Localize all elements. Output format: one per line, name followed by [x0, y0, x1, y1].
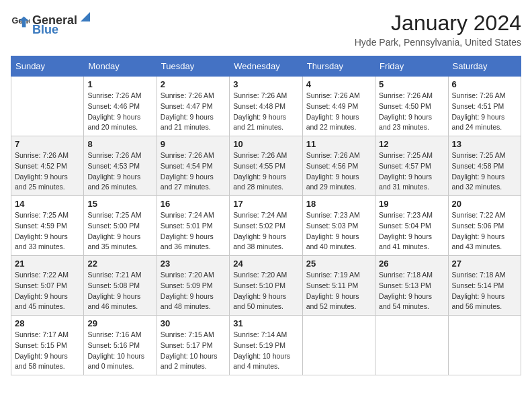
day-number: 3 [233, 79, 298, 89]
day-info: Sunrise: 7:24 AMSunset: 5:01 PMDaylight:… [161, 210, 226, 253]
day-number: 17 [233, 199, 298, 209]
day-number: 1 [87, 79, 152, 89]
day-number: 15 [87, 199, 152, 209]
day-info: Sunrise: 7:26 AMSunset: 4:53 PMDaylight:… [87, 150, 152, 193]
day-number: 30 [161, 318, 226, 328]
calendar-cell: 7Sunrise: 7:26 AMSunset: 4:52 PMDaylight… [11, 136, 84, 196]
calendar-cell: 24Sunrise: 7:20 AMSunset: 5:10 PMDayligh… [230, 256, 302, 316]
col-header-thursday: Thursday [302, 56, 375, 77]
calendar-cell: 30Sunrise: 7:15 AMSunset: 5:17 PMDayligh… [157, 316, 229, 375]
page-header: General General Blue January 2024 Hyde P… [11, 11, 521, 48]
calendar-table: SundayMondayTuesdayWednesdayThursdayFrid… [11, 56, 521, 375]
calendar-cell: 29Sunrise: 7:16 AMSunset: 5:16 PMDayligh… [84, 316, 157, 375]
day-info: Sunrise: 7:26 AMSunset: 4:50 PMDaylight:… [379, 91, 444, 133]
day-number: 18 [306, 199, 371, 209]
calendar-cell: 21Sunrise: 7:22 AMSunset: 5:07 PMDayligh… [11, 256, 84, 316]
calendar-cell: 3Sunrise: 7:26 AMSunset: 4:48 PMDaylight… [230, 77, 302, 136]
day-number: 28 [15, 318, 80, 328]
day-info: Sunrise: 7:25 AMSunset: 5:00 PMDaylight:… [87, 210, 152, 253]
day-info: Sunrise: 7:25 AMSunset: 4:59 PMDaylight:… [15, 210, 80, 253]
calendar-cell: 19Sunrise: 7:23 AMSunset: 5:04 PMDayligh… [375, 196, 448, 256]
calendar-cell: 13Sunrise: 7:25 AMSunset: 4:58 PMDayligh… [448, 136, 521, 196]
day-number: 4 [306, 79, 371, 89]
day-number: 22 [87, 259, 152, 269]
calendar-week-row: 21Sunrise: 7:22 AMSunset: 5:07 PMDayligh… [11, 256, 521, 316]
day-info: Sunrise: 7:17 AMSunset: 5:15 PMDaylight:… [15, 330, 80, 372]
svg-text:General: General [11, 16, 30, 26]
day-number: 13 [452, 139, 517, 149]
calendar-cell: 20Sunrise: 7:22 AMSunset: 5:06 PMDayligh… [448, 196, 521, 256]
day-info: Sunrise: 7:25 AMSunset: 4:58 PMDaylight:… [452, 150, 517, 193]
day-info: Sunrise: 7:23 AMSunset: 5:04 PMDaylight:… [379, 210, 444, 253]
calendar-cell: 6Sunrise: 7:26 AMSunset: 4:51 PMDaylight… [448, 77, 521, 136]
col-header-wednesday: Wednesday [230, 56, 302, 77]
day-number: 7 [15, 139, 80, 149]
col-header-saturday: Saturday [448, 56, 521, 77]
day-info: Sunrise: 7:26 AMSunset: 4:46 PMDaylight:… [87, 91, 152, 133]
svg-marker-1 [81, 12, 90, 21]
day-info: Sunrise: 7:24 AMSunset: 5:02 PMDaylight:… [233, 210, 298, 253]
day-number: 20 [452, 199, 517, 209]
day-info: Sunrise: 7:22 AMSunset: 5:07 PMDaylight:… [15, 270, 80, 312]
day-info: Sunrise: 7:26 AMSunset: 4:49 PMDaylight:… [306, 91, 371, 133]
day-number: 21 [15, 259, 80, 269]
day-info: Sunrise: 7:26 AMSunset: 4:48 PMDaylight:… [233, 91, 298, 133]
day-number: 14 [15, 199, 80, 209]
calendar-cell: 9Sunrise: 7:26 AMSunset: 4:54 PMDaylight… [157, 136, 229, 196]
col-header-friday: Friday [375, 56, 448, 77]
day-number: 19 [379, 199, 444, 209]
logo-triangle-icon [78, 9, 93, 24]
day-number: 8 [87, 139, 152, 149]
calendar-cell: 5Sunrise: 7:26 AMSunset: 4:50 PMDaylight… [375, 77, 448, 136]
calendar-cell: 22Sunrise: 7:21 AMSunset: 5:08 PMDayligh… [84, 256, 157, 316]
col-header-sunday: Sunday [11, 56, 84, 77]
day-number: 2 [161, 79, 226, 89]
calendar-cell: 8Sunrise: 7:26 AMSunset: 4:53 PMDaylight… [84, 136, 157, 196]
day-number: 10 [233, 139, 298, 149]
day-number: 25 [306, 259, 371, 269]
day-info: Sunrise: 7:20 AMSunset: 5:09 PMDaylight:… [161, 270, 226, 312]
calendar-cell: 2Sunrise: 7:26 AMSunset: 4:47 PMDaylight… [157, 77, 229, 136]
day-info: Sunrise: 7:18 AMSunset: 5:14 PMDaylight:… [452, 270, 517, 312]
calendar-cell [375, 316, 448, 375]
logo: General General Blue [11, 11, 93, 36]
day-info: Sunrise: 7:16 AMSunset: 5:16 PMDaylight:… [87, 330, 152, 372]
calendar-cell: 1Sunrise: 7:26 AMSunset: 4:46 PMDaylight… [84, 77, 157, 136]
calendar-cell: 11Sunrise: 7:26 AMSunset: 4:56 PMDayligh… [302, 136, 375, 196]
day-info: Sunrise: 7:19 AMSunset: 5:11 PMDaylight:… [306, 270, 371, 312]
day-info: Sunrise: 7:23 AMSunset: 5:03 PMDaylight:… [306, 210, 371, 253]
day-info: Sunrise: 7:18 AMSunset: 5:13 PMDaylight:… [379, 270, 444, 312]
logo-icon: General [11, 14, 30, 33]
day-number: 11 [306, 139, 371, 149]
day-info: Sunrise: 7:26 AMSunset: 4:55 PMDaylight:… [233, 150, 298, 193]
calendar-cell: 26Sunrise: 7:18 AMSunset: 5:13 PMDayligh… [375, 256, 448, 316]
calendar-cell: 12Sunrise: 7:25 AMSunset: 4:57 PMDayligh… [375, 136, 448, 196]
title-area: January 2024 Hyde Park, Pennsylvania, Un… [355, 11, 521, 48]
calendar-cell: 23Sunrise: 7:20 AMSunset: 5:09 PMDayligh… [157, 256, 229, 316]
day-info: Sunrise: 7:26 AMSunset: 4:51 PMDaylight:… [452, 91, 517, 133]
calendar-week-row: 7Sunrise: 7:26 AMSunset: 4:52 PMDaylight… [11, 136, 521, 196]
col-header-tuesday: Tuesday [157, 56, 229, 77]
day-number: 16 [161, 199, 226, 209]
calendar-cell: 4Sunrise: 7:26 AMSunset: 4:49 PMDaylight… [302, 77, 375, 136]
day-info: Sunrise: 7:15 AMSunset: 5:17 PMDaylight:… [161, 330, 226, 372]
location-subtitle: Hyde Park, Pennsylvania, United States [355, 37, 521, 48]
day-info: Sunrise: 7:26 AMSunset: 4:56 PMDaylight:… [306, 150, 371, 193]
day-info: Sunrise: 7:26 AMSunset: 4:52 PMDaylight:… [15, 150, 80, 193]
day-number: 29 [87, 318, 152, 328]
day-number: 6 [452, 79, 517, 89]
calendar-cell: 27Sunrise: 7:18 AMSunset: 5:14 PMDayligh… [448, 256, 521, 316]
calendar-cell: 16Sunrise: 7:24 AMSunset: 5:01 PMDayligh… [157, 196, 229, 256]
calendar-cell [302, 316, 375, 375]
day-number: 31 [233, 318, 298, 328]
calendar-header-row: SundayMondayTuesdayWednesdayThursdayFrid… [11, 56, 521, 77]
day-info: Sunrise: 7:14 AMSunset: 5:19 PMDaylight:… [233, 330, 298, 372]
calendar-cell [11, 77, 84, 136]
day-info: Sunrise: 7:25 AMSunset: 4:57 PMDaylight:… [379, 150, 444, 193]
calendar-cell: 15Sunrise: 7:25 AMSunset: 5:00 PMDayligh… [84, 196, 157, 256]
calendar-cell: 10Sunrise: 7:26 AMSunset: 4:55 PMDayligh… [230, 136, 302, 196]
calendar-cell: 31Sunrise: 7:14 AMSunset: 5:19 PMDayligh… [230, 316, 302, 375]
calendar-week-row: 14Sunrise: 7:25 AMSunset: 4:59 PMDayligh… [11, 196, 521, 256]
month-title: January 2024 [355, 11, 521, 36]
day-info: Sunrise: 7:26 AMSunset: 4:47 PMDaylight:… [161, 91, 226, 133]
